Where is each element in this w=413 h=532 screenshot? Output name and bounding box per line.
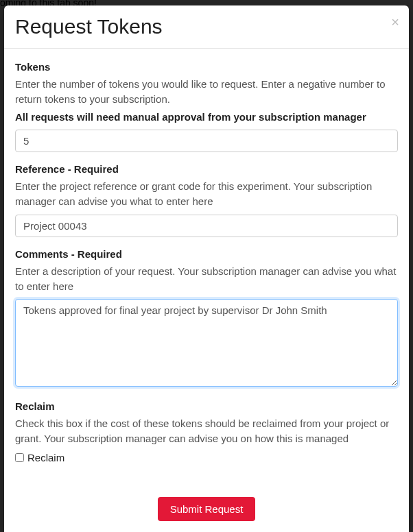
reference-input[interactable] <box>15 215 398 237</box>
reclaim-checkbox-label[interactable]: Reclaim <box>27 452 64 463</box>
tokens-input[interactable] <box>15 130 398 152</box>
reclaim-help: Check this box if the cost of these toke… <box>15 416 398 446</box>
modal-footer: Submit Request <box>4 489 409 532</box>
tokens-help: Enter the number of tokens you would lik… <box>15 77 398 107</box>
tokens-label: Tokens <box>15 61 398 73</box>
reference-label: Reference - Required <box>15 163 398 175</box>
modal-header: Request Tokens × <box>4 5 409 49</box>
tokens-group: Tokens Enter the number of tokens you wo… <box>15 61 398 152</box>
reference-help: Enter the project reference or grant cod… <box>15 179 398 209</box>
reference-group: Reference - Required Enter the project r… <box>15 163 398 237</box>
comments-label: Comments - Required <box>15 248 398 260</box>
close-icon[interactable]: × <box>391 15 399 29</box>
reclaim-label: Reclaim <box>15 400 398 412</box>
comments-textarea[interactable] <box>15 299 398 387</box>
submit-request-button[interactable]: Submit Request <box>158 497 256 521</box>
reclaim-checkbox-row: Reclaim <box>15 452 398 463</box>
reclaim-group: Reclaim Check this box if the cost of th… <box>15 400 398 463</box>
request-tokens-modal: Request Tokens × Tokens Enter the number… <box>4 5 409 532</box>
modal-body: Tokens Enter the number of tokens you wo… <box>4 49 409 489</box>
modal-title: Request Tokens <box>15 15 398 38</box>
comments-help: Enter a description of your request. You… <box>15 264 398 294</box>
tokens-note: All requests will need manual approval f… <box>15 110 398 125</box>
reclaim-checkbox[interactable] <box>15 453 24 462</box>
comments-group: Comments - Required Enter a description … <box>15 248 398 390</box>
